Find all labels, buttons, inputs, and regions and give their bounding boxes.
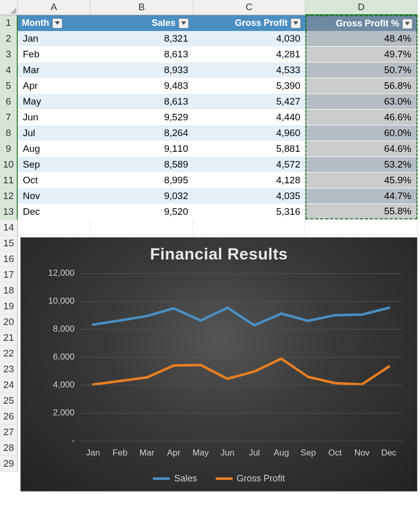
cell-gross-profit[interactable]: 5,881: [193, 141, 305, 156]
cell-sales[interactable]: 8,613: [90, 47, 193, 62]
empty-cell[interactable]: [90, 220, 193, 235]
cell-month[interactable]: Jul: [18, 125, 90, 141]
filter-dropdown-icon[interactable]: [291, 18, 301, 28]
row-header-23[interactable]: 23: [0, 362, 18, 377]
select-all-corner[interactable]: [0, 0, 18, 15]
cell-gross-profit[interactable]: 4,960: [193, 125, 305, 141]
cell-gross-profit-pct[interactable]: 60.0%: [305, 125, 417, 141]
cell-gross-profit-pct[interactable]: 56.8%: [305, 78, 417, 93]
row-header-18[interactable]: 18: [0, 283, 18, 299]
cell-gross-profit[interactable]: 4,572: [193, 157, 305, 172]
cell-sales[interactable]: 9,483: [90, 78, 193, 93]
table-header-month[interactable]: Month: [18, 15, 90, 31]
column-header-B[interactable]: B: [90, 0, 193, 15]
cell-gross-profit-pct[interactable]: 46.6%: [305, 110, 417, 125]
cell-sales[interactable]: 9,520: [90, 204, 193, 219]
column-header-A[interactable]: A: [18, 0, 90, 15]
row-header-24[interactable]: 24: [0, 377, 18, 393]
chart-ytick-label: 10,000: [44, 296, 75, 306]
row-header-9[interactable]: 9: [0, 141, 18, 157]
row-header-16[interactable]: 16: [0, 251, 18, 267]
cell-gross-profit-pct[interactable]: 44.7%: [305, 188, 417, 204]
cell-gross-profit[interactable]: 4,440: [193, 110, 305, 125]
row-header-7[interactable]: 7: [0, 110, 18, 125]
empty-cell[interactable]: [193, 220, 305, 235]
row-header-27[interactable]: 27: [0, 425, 18, 440]
cell-month[interactable]: Feb: [18, 47, 90, 62]
column-header-D[interactable]: D: [305, 0, 417, 15]
cell-gross-profit[interactable]: 4,128: [193, 173, 305, 188]
row-header-26[interactable]: 26: [0, 409, 18, 425]
row-header-5[interactable]: 5: [0, 78, 18, 94]
cell-month[interactable]: Aug: [18, 141, 90, 156]
cell-sales[interactable]: 8,933: [90, 62, 193, 78]
cell-gross-profit[interactable]: 4,030: [193, 31, 305, 46]
chart-gridline: [80, 357, 402, 358]
cell-month[interactable]: Apr: [18, 78, 90, 93]
row-header-8[interactable]: 8: [0, 125, 18, 141]
cell-gross-profit-pct[interactable]: 50.7%: [305, 62, 417, 78]
cell-sales[interactable]: 8,995: [90, 173, 193, 188]
column-header-C[interactable]: C: [193, 0, 305, 15]
cell-month[interactable]: Mar: [18, 62, 90, 78]
cell-gross-profit[interactable]: 5,390: [193, 78, 305, 93]
chart-title: Financial Results: [21, 238, 417, 264]
row-header-29[interactable]: 29: [0, 456, 18, 472]
row-header-10[interactable]: 10: [0, 157, 18, 173]
row-header-11[interactable]: 11: [0, 173, 18, 188]
filter-dropdown-icon[interactable]: [179, 18, 189, 28]
cell-gross-profit-pct[interactable]: 49.7%: [305, 47, 417, 62]
filter-dropdown-icon[interactable]: [52, 18, 62, 28]
row-header-21[interactable]: 21: [0, 330, 18, 346]
cell-gross-profit-pct[interactable]: 48.4%: [305, 31, 417, 46]
chart-xtick-label: Jun: [214, 448, 241, 458]
table-header-gross_profit_pct[interactable]: Gross Profit %: [305, 15, 417, 31]
cell-sales[interactable]: 9,110: [90, 141, 193, 156]
row-header-13[interactable]: 13: [0, 204, 18, 220]
row-header-28[interactable]: 28: [0, 440, 18, 456]
row-header-3[interactable]: 3: [0, 47, 18, 62]
empty-cell[interactable]: [18, 220, 90, 235]
cell-sales[interactable]: 8,589: [90, 157, 193, 172]
cell-sales[interactable]: 9,032: [90, 188, 193, 204]
table-header-label: Month: [22, 18, 49, 28]
cell-gross-profit[interactable]: 5,316: [193, 204, 305, 219]
row-header-2[interactable]: 2: [0, 31, 18, 47]
row-header-17[interactable]: 17: [0, 267, 18, 283]
cell-gross-profit-pct[interactable]: 45.9%: [305, 173, 417, 188]
chart-financial-results[interactable]: Financial Results -2,0004,0006,0008,0001…: [20, 237, 417, 472]
row-header-12[interactable]: 12: [0, 188, 18, 204]
cell-month[interactable]: Sep: [18, 157, 90, 172]
row-header-25[interactable]: 25: [0, 393, 18, 409]
row-header-1[interactable]: 1: [0, 15, 18, 31]
cell-gross-profit-pct[interactable]: 55.8%: [305, 204, 417, 219]
cell-gross-profit[interactable]: 5,427: [193, 94, 305, 109]
cell-month[interactable]: Oct: [18, 173, 90, 188]
cell-gross-profit-pct[interactable]: 53.2%: [305, 157, 417, 172]
row-header-22[interactable]: 22: [0, 346, 18, 362]
row-header-15[interactable]: 15: [0, 236, 18, 251]
filter-dropdown-icon[interactable]: [402, 19, 412, 29]
table-header-sales[interactable]: Sales: [90, 15, 193, 31]
cell-month[interactable]: Dec: [18, 204, 90, 219]
row-header-4[interactable]: 4: [0, 62, 18, 78]
cell-gross-profit[interactable]: 4,533: [193, 62, 305, 78]
row-header-14[interactable]: 14: [0, 220, 18, 236]
row-header-19[interactable]: 19: [0, 299, 18, 314]
cell-sales[interactable]: 9,529: [90, 110, 193, 125]
cell-month[interactable]: Jun: [18, 110, 90, 125]
row-header-20[interactable]: 20: [0, 314, 18, 330]
cell-sales[interactable]: 8,264: [90, 125, 193, 141]
cell-gross-profit-pct[interactable]: 64.6%: [305, 141, 417, 156]
table-header-gross_profit[interactable]: Gross Profit: [193, 15, 305, 31]
cell-month[interactable]: Nov: [18, 188, 90, 204]
cell-sales[interactable]: 8,613: [90, 94, 193, 109]
row-header-6[interactable]: 6: [0, 94, 18, 110]
cell-month[interactable]: Jan: [18, 31, 90, 46]
empty-cell[interactable]: [305, 220, 417, 235]
cell-month[interactable]: May: [18, 94, 90, 109]
cell-sales[interactable]: 8,321: [90, 31, 193, 46]
cell-gross-profit[interactable]: 4,035: [193, 188, 305, 204]
cell-gross-profit-pct[interactable]: 63.0%: [305, 94, 417, 109]
cell-gross-profit[interactable]: 4,281: [193, 47, 305, 62]
